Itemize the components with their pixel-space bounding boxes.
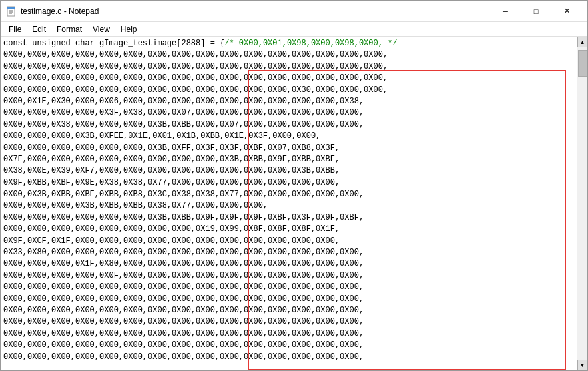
svg-rect-1 <box>7 7 15 9</box>
editor-line: 0X7F,0X00,0X00,0X00,0X00,0X00,0X00,0X00,… <box>3 154 574 165</box>
editor-line: 0X00,0X00,0X00,0X00,0X3F,0X38,0X00,0X07,… <box>3 107 574 119</box>
editor-line: 0X33,0X80,0X00,0X00,0X00,0X00,0X00,0X00,… <box>3 247 574 258</box>
editor-line: 0X00,0X00,0X00,0X00,0X00,0X00,0X00,0X00,… <box>3 49 574 61</box>
menu-file[interactable]: File <box>3 22 27 37</box>
editor-line: 0X9F,0XCF,0X1F,0X00,0X00,0X00,0X00,0X00,… <box>3 236 574 247</box>
maximize-button[interactable]: □ <box>521 1 551 22</box>
scroll-down-button[interactable]: ▼ <box>577 360 588 370</box>
editor-line: 0X00,0X00,0X00,0X00,0X00,0X00,0X00,0X00,… <box>3 73 574 84</box>
editor-line: 0X00,0X00,0X00,0X3B,0XFEE,0X1E,0X01,0X1B… <box>3 131 574 142</box>
editor-content[interactable]: const unsigned char gImage_testimage[288… <box>1 37 577 364</box>
window-controls: ─ □ ✕ <box>490 1 582 22</box>
scroll-up-button[interactable]: ▲ <box>577 37 588 47</box>
editor-line: 0X00,0X00,0X00,0X1F,0X80,0X00,0X00,0X00,… <box>3 258 574 270</box>
comment-text: /* 0X00,0X01,0X98,0X00,0X98,0X00, */ <box>224 39 397 48</box>
editor-line: 0X00,0X00,0X00,0X3B,0XBB,0XBB,0X38,0X77,… <box>3 200 574 212</box>
menu-format[interactable]: Format <box>51 22 87 37</box>
editor-line: 0X00,0X00,0X00,0X00,0X00,0X00,0X00,0X00,… <box>3 61 574 73</box>
scroll-track[interactable] <box>577 47 587 360</box>
editor-line: 0X00,0X00,0X00,0X00,0X00,0X00,0X00,0X00,… <box>3 352 574 363</box>
editor-line: 0X00,0X00,0X00,0X00,0X00,0X00,0X00,0X00,… <box>3 316 574 328</box>
close-button[interactable]: ✕ <box>551 1 582 22</box>
title-bar: testimage.c - Notepad ─ □ ✕ <box>1 1 587 22</box>
editor-line: 0X00,0X00,0X00,0X00,0X00,0X00,0X3B,0XBB,… <box>3 212 574 224</box>
editor-line: 0X00,0X00,0X00,0X00,0X00,0X00,0X00,0X00,… <box>3 224 574 235</box>
window-title: testimage.c - Notepad <box>21 7 490 16</box>
editor-line: 0X00,0X00,0X00,0X00,0X0F,0X00,0X00,0X00,… <box>3 270 574 282</box>
editor-wrapper: const unsigned char gImage_testimage[288… <box>1 37 577 370</box>
app-icon <box>6 6 17 17</box>
editor-line: const unsigned char gImage_testimage[288… <box>3 38 574 49</box>
minimize-button[interactable]: ─ <box>490 1 521 22</box>
editor-line: 0X00,0X00,0X00,0X00,0X00,0X00,0X00,0X00,… <box>3 85 574 96</box>
editor-line: 0X00,0X00,0X38,0X00,0X00,0X00,0X3B,0XBB,… <box>3 119 574 131</box>
editor-line: 0X00,0X00,0X00,0X00,0X00,0X00,0X3B,0XFF,… <box>3 143 574 154</box>
content-area: const unsigned char gImage_testimage[288… <box>1 37 587 370</box>
menu-view[interactable]: View <box>87 22 115 37</box>
editor-line: 0X00,0X00,0X00,0X00,0X00,0X00,0X00,0X00,… <box>3 282 574 293</box>
editor-line: 0X38,0X0E,0X39,0XF7,0X00,0X00,0X00,0X00,… <box>3 165 574 177</box>
scroll-thumb[interactable] <box>578 50 587 77</box>
editor-line: 0X00,0X00,0X00,0X00,0X00,0X00,0X00,0X00,… <box>3 340 574 351</box>
code-text: const unsigned char gImage_testimage[288… <box>3 39 224 48</box>
editor-line: 0X00,0X3B,0XBB,0XBF,0XBB,0XB8,0X3C,0X38,… <box>3 189 574 200</box>
menu-bar: File Edit Format View Help <box>1 22 587 37</box>
editor-line: 0X00,0X00,0X00,0X00,0X00,0X00,0X00,0X00,… <box>3 294 574 305</box>
editor-line: 0X00,0X1E,0X30,0X00,0X06,0X00,0X00,0X00,… <box>3 96 574 107</box>
editor-line: 0X00,0X00,0X00,0X00,0X00,0X00,0X00,0X00,… <box>3 328 574 340</box>
menu-help[interactable]: Help <box>115 22 143 37</box>
menu-edit[interactable]: Edit <box>27 22 51 37</box>
editor-line: 0X00,0X00,0X00,0X00,0X00,0X00,0X00,0X00,… <box>3 305 574 316</box>
editor-line: 0X9F,0XBB,0XBF,0X9E,0X38,0X38,0X77,0X00,… <box>3 177 574 189</box>
main-window: testimage.c - Notepad ─ □ ✕ File Edit Fo… <box>0 0 588 371</box>
vertical-scrollbar[interactable]: ▲ ▼ <box>577 37 587 370</box>
